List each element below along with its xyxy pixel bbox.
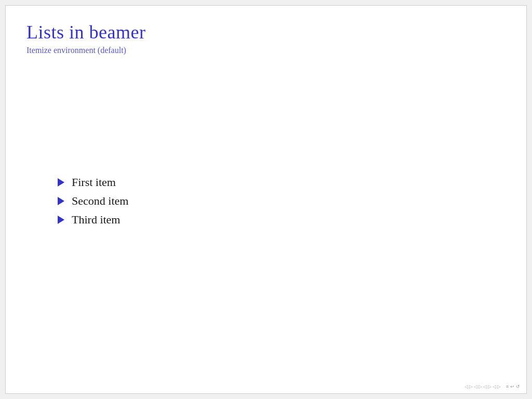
bullet-arrow-icon [58,197,64,205]
slide: Lists in beamer Itemize environment (def… [5,5,527,394]
slide-header: Lists in beamer Itemize environment (def… [26,21,506,55]
list-item: First item [58,176,506,189]
slide-title: Lists in beamer [26,21,506,44]
nav-right4-icon[interactable]: ▷ [497,384,501,389]
nav-left2-icon[interactable]: ◁ [474,384,477,389]
item-label: First item [72,176,116,189]
list-item: Second item [58,194,506,208]
bullet-arrow-icon [58,178,64,187]
nav-left-icon[interactable]: ◁ [464,384,468,389]
slide-subtitle: Itemize environment (default) [26,46,506,55]
footer-controls: ≡ ↩ ↺ [506,384,520,389]
item-list: First item Second item Third item [58,176,506,227]
nav-left3-icon[interactable]: ◁ [483,384,487,389]
item-label: Second item [72,194,128,208]
bullet-arrow-icon [58,216,64,224]
slide-footer: ◁ ▷ ◁ ▷ ◁ ▷ ◁ ▷ ≡ ↩ ↺ [464,384,520,389]
footer-nav: ◁ ▷ ◁ ▷ ◁ ▷ ◁ ▷ [464,384,501,389]
list-item: Third item [58,213,506,227]
refresh-icon[interactable]: ↺ [516,384,520,389]
menu-icon[interactable]: ≡ [506,384,509,389]
nav-right2-icon[interactable]: ▷ [478,384,482,389]
search-icon[interactable]: ↩ [510,384,514,389]
nav-right3-icon[interactable]: ▷ [488,384,491,389]
nav-left4-icon[interactable]: ◁ [493,384,496,389]
nav-right-icon[interactable]: ▷ [469,384,473,389]
item-label: Third item [72,213,120,227]
slide-content: First item Second item Third item [26,55,506,378]
